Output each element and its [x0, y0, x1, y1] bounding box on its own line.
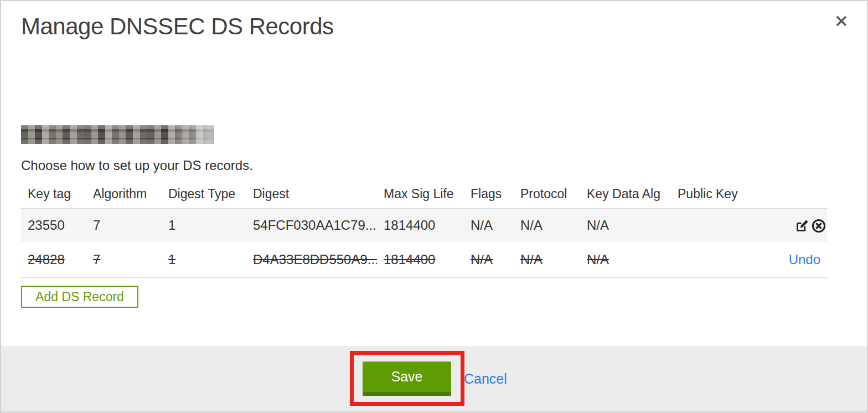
circled-x-glyph — [811, 218, 826, 234]
close-icon[interactable] — [833, 12, 850, 30]
cell-public-key — [671, 242, 782, 277]
cell-algorithm: 7 — [86, 242, 162, 277]
edit-pencil-square-glyph — [795, 218, 810, 233]
col-header-digest: Digest — [246, 180, 377, 208]
cell-key-data-alg: N/A — [580, 208, 671, 242]
cell-protocol: N/A — [514, 208, 580, 242]
undo-link[interactable]: Undo — [789, 252, 827, 267]
cell-public-key — [671, 208, 782, 242]
cell-digest-type: 1 — [162, 208, 246, 242]
cell-algorithm: 7 — [86, 208, 162, 242]
col-header-protocol: Protocol — [514, 180, 580, 208]
add-ds-record-button[interactable]: Add DS Record — [21, 286, 138, 308]
cell-key-tag: 23550 — [21, 208, 86, 242]
cell-key-data-alg: N/A — [580, 242, 671, 277]
cell-digest-type: 1 — [162, 242, 246, 277]
delete-icon[interactable] — [811, 218, 826, 234]
cell-digest: 54FCF030AA1C79... — [246, 208, 377, 242]
col-header-key-tag: Key tag — [21, 180, 86, 208]
row-actions: Undo — [782, 242, 827, 277]
table-row-pending-delete: 24828 7 1 D4A33E8DD550A9... 1814400 N/A … — [21, 242, 827, 277]
col-header-flags: Flags — [464, 180, 514, 208]
modal-bottom-edge — [1, 411, 868, 413]
edit-icon[interactable] — [794, 218, 810, 234]
table-header-row: Key tag Algorithm Digest Type Digest Max… — [21, 180, 827, 208]
row-actions — [782, 208, 827, 242]
manage-dnssec-ds-records-modal: Manage DNSSEC DS Records Choose how to s… — [0, 0, 868, 413]
cell-key-tag: 24828 — [21, 242, 86, 277]
red-highlight-annotation: Save — [350, 351, 464, 406]
col-header-public-key: Public Key — [671, 180, 782, 208]
col-header-digest-type: Digest Type — [162, 180, 246, 208]
ds-records-table: Key tag Algorithm Digest Type Digest Max… — [21, 180, 827, 278]
save-button[interactable]: Save — [363, 362, 451, 396]
close-x-glyph — [835, 14, 848, 28]
instruction-text: Choose how to set up your DS records. — [21, 158, 253, 173]
col-header-actions — [782, 180, 827, 208]
cell-flags: N/A — [464, 208, 514, 242]
cancel-link[interactable]: Cancel — [464, 371, 507, 387]
col-header-key-data-alg: Key Data Alg — [580, 180, 671, 208]
cell-max-sig-life: 1814400 — [377, 242, 464, 277]
col-header-algorithm: Algorithm — [86, 180, 162, 208]
table-row-active: 23550 7 1 54FCF030AA1C79... 1814400 N/A … — [21, 208, 827, 242]
cell-flags: N/A — [464, 242, 514, 277]
cell-digest: D4A33E8DD550A9... — [246, 242, 377, 277]
cell-protocol: N/A — [514, 242, 580, 277]
cell-max-sig-life: 1814400 — [377, 208, 464, 242]
modal-footer: Save Cancel — [1, 346, 868, 411]
col-header-max-sig-life: Max Sig Life — [377, 180, 464, 208]
redacted-domain-name — [21, 125, 214, 144]
ds-records-table-container: Key tag Algorithm Digest Type Digest Max… — [21, 180, 827, 278]
page-title: Manage DNSSEC DS Records — [21, 13, 334, 40]
